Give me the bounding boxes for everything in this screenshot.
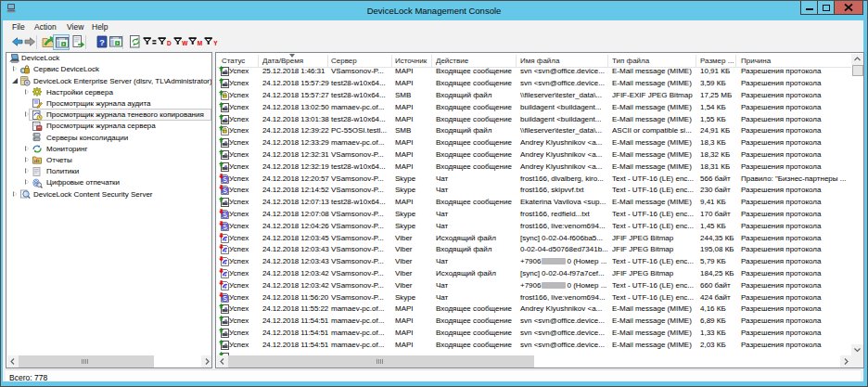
svg-text:S: S (223, 294, 227, 301)
svg-text:Y: Y (213, 40, 218, 46)
svg-text:S: S (223, 187, 227, 194)
svg-text:S: S (223, 175, 227, 182)
svg-text:?: ? (99, 38, 105, 47)
svg-text:M: M (198, 40, 202, 46)
svg-text:S: S (223, 212, 227, 218)
svg-text:S: S (223, 223, 227, 229)
svg-text:D: D (167, 40, 172, 46)
